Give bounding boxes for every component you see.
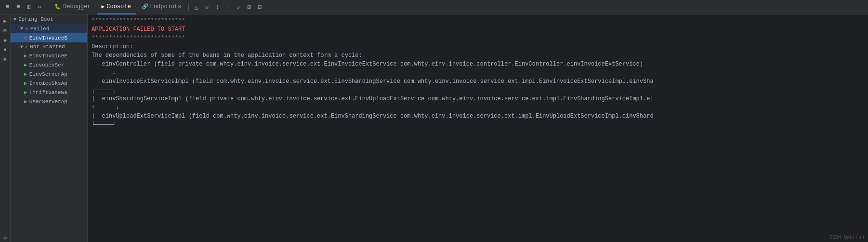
stop-icon[interactable]: ≡	[13, 2, 23, 12]
console-line-10: einvInvoiceExtServiceImpl (field com.wht…	[92, 77, 864, 86]
item-invoiceSksAp-label: InvoiceSksAp	[29, 81, 67, 86]
console-line-4: Description:	[92, 42, 864, 51]
endpoints-icon: 🔗	[142, 3, 148, 10]
more-icon[interactable]: »	[35, 2, 44, 12]
console-line-14: | einvUploadExtServiceImpl (field com.wh…	[92, 112, 864, 121]
spring-boot-label: Spring Boot	[18, 16, 53, 22]
item-einvServerAp-label: EinvServerAp	[29, 71, 67, 77]
watermark: CSDN @warrah	[829, 235, 864, 240]
sidebar-item-thriftGatewa[interactable]: ▶ ThriftGatewa	[11, 88, 87, 97]
failed-status-icon: ⊘	[25, 26, 28, 32]
action-icon-4[interactable]: ↑	[223, 2, 233, 12]
sidebar-not-started-group[interactable]: ▼ ✓ Not Started	[11, 42, 87, 51]
action-icon-2[interactable]: ▽	[202, 2, 211, 12]
item-einvServerAp-icon: ▶	[24, 71, 27, 77]
tab-console[interactable]: ▶ Console	[97, 0, 136, 14]
sidebar-spring-boot[interactable]: ▼ Spring Boot	[11, 14, 87, 24]
debugger-icon: 🐛	[54, 3, 61, 10]
not-started-run-icon: ✓	[25, 44, 28, 50]
console-line-6: The dependencies of some of the beans in…	[92, 51, 864, 60]
left-icon-strip: ▶ ⊞ ◆ ● ⊕ ⚙	[0, 14, 11, 242]
console-line-11: ┌─────┐	[92, 86, 864, 94]
console-line-15: └─────┘	[92, 121, 864, 129]
not-started-label: Not Started	[30, 44, 65, 50]
failed-arrow: ▼	[18, 26, 23, 31]
left-icon-5[interactable]: ⊕	[1, 55, 10, 64]
tab-debugger-label: Debugger	[63, 3, 91, 10]
sidebar: ▼ Spring Boot ▼ ⊘ Failed ⊘ EinvInvoiceS …	[11, 14, 88, 242]
toolbar-divider-2	[188, 3, 189, 11]
einv-invoice-label: EinvInvoiceS	[29, 35, 67, 41]
console-line-1: APPLICATION FAILED TO START	[92, 25, 864, 34]
item-invoiceSksAp-icon: ▶	[24, 80, 27, 86]
tab-endpoints-label: Endpoints	[150, 3, 182, 10]
sidebar-item-einvInvoiceE[interactable]: ▶ EinvInvoiceE	[11, 51, 87, 60]
sidebar-item-einvServerAp[interactable]: ▶ EinvServerAp	[11, 69, 87, 79]
sidebar-item-userServerAp[interactable]: ▶ UserServerAp	[11, 97, 87, 106]
item-thriftGatewa-label: ThriftGatewa	[29, 90, 67, 95]
console-line-9: ↓	[92, 68, 864, 77]
tab-debugger[interactable]: 🐛 Debugger	[50, 0, 96, 14]
toolbar: ≡ ≡ ⊞ » 🐛 Debugger ▶ Console 🔗 Endpoints…	[0, 0, 868, 14]
action-icon-6[interactable]: ⊞	[244, 2, 254, 12]
console-line-13: ↑ ↓	[92, 103, 864, 112]
console-line-8: einvController (field private com.whty.e…	[92, 60, 864, 68]
console-line-12: | einvShardingServiceImpl (field private…	[92, 94, 864, 103]
left-icon-settings[interactable]: ⚙	[1, 233, 10, 242]
item-einvOpenSer-icon: ▶	[24, 62, 27, 68]
console-icon: ▶	[102, 3, 105, 10]
failed-label: Failed	[30, 26, 50, 32]
sidebar-item-einvOpenSer[interactable]: ▶ EinvopenSer	[11, 60, 87, 69]
item-userServerAp-icon: ▶	[24, 98, 27, 105]
sidebar-einv-invoice[interactable]: ⊘ EinvInvoiceS	[11, 33, 87, 42]
left-icon-2[interactable]: ⊞	[1, 26, 10, 35]
action-icon-5[interactable]: ↙	[234, 2, 243, 12]
tab-console-label: Console	[106, 3, 131, 10]
spring-boot-arrow: ▼	[13, 17, 16, 22]
rerun-icon[interactable]: ≡	[3, 2, 13, 12]
left-icon-4[interactable]: ●	[1, 45, 10, 54]
console-line-2: ***************************	[92, 34, 864, 42]
tab-endpoints[interactable]: 🔗 Endpoints	[137, 0, 186, 14]
action-icon-1[interactable]: △	[191, 2, 201, 12]
sidebar-item-invoiceSksAp[interactable]: ▶ InvoiceSksAp	[11, 79, 87, 88]
toolbar-divider-1	[47, 3, 47, 11]
item-einvInvoiceE-label: EinvInvoiceE	[29, 53, 67, 59]
item-einvInvoiceE-icon: ▶	[24, 53, 27, 59]
sidebar-failed-group[interactable]: ▼ ⊘ Failed	[11, 24, 87, 33]
main-content: ▶ ⊞ ◆ ● ⊕ ⚙ ▼ Spring Boot ▼ ⊘ Failed ⊘ E…	[0, 14, 868, 242]
item-einvOpenSer-label: EinvopenSer	[29, 62, 65, 68]
console-line-0: ***************************	[92, 16, 864, 25]
layout-icon[interactable]: ⊞	[24, 2, 34, 12]
einv-invoice-status-icon: ⊘	[24, 35, 27, 41]
item-thriftGatewa-icon: ▶	[24, 89, 27, 95]
left-icon-1[interactable]: ▶	[1, 16, 10, 25]
action-icon-3[interactable]: ↕	[212, 2, 222, 12]
not-started-arrow: ▼	[18, 44, 23, 50]
item-userServerAp-label: UserServerAp	[29, 99, 67, 105]
left-icon-3[interactable]: ◆	[1, 36, 10, 44]
action-icon-7[interactable]: ⊟	[255, 2, 264, 12]
console-panel[interactable]: *************************** APPLICATION …	[88, 14, 868, 242]
